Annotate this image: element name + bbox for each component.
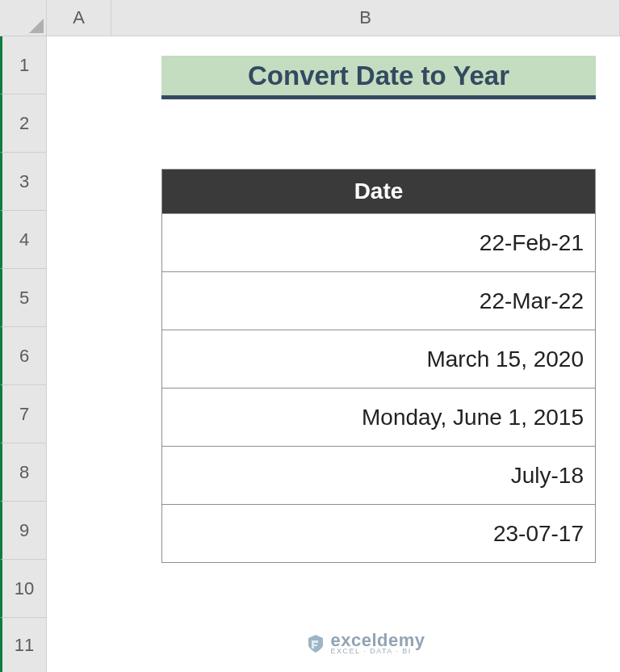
table-row[interactable]: 22-Feb-21: [162, 213, 595, 271]
spreadsheet-grid: A B 1 Convert Date to Year Date 22-Feb-2…: [0, 0, 620, 672]
column-header-A[interactable]: A: [47, 0, 111, 36]
logo-icon: [306, 634, 325, 653]
column-header-B[interactable]: B: [111, 0, 620, 36]
cell-A2[interactable]: [47, 94, 111, 153]
row-header-7[interactable]: 7: [0, 385, 47, 443]
row-header-3[interactable]: 3: [0, 153, 47, 211]
table-row[interactable]: 23-07-17: [162, 504, 595, 562]
content-area: Convert Date to Year Date 22-Feb-21 22-M…: [111, 36, 620, 672]
cell-A11[interactable]: [47, 618, 111, 672]
table-row[interactable]: 22-Mar-22: [162, 271, 595, 330]
svg-marker-0: [29, 19, 44, 33]
row-header-6[interactable]: 6: [0, 327, 47, 385]
row-header-8[interactable]: 8: [0, 443, 47, 502]
row-header-11[interactable]: 11: [0, 618, 47, 672]
cell-A7[interactable]: [47, 385, 111, 443]
watermark: exceldemy EXCEL · DATA · BI: [111, 632, 620, 655]
table-row[interactable]: Monday, June 1, 2015: [162, 388, 595, 446]
cell-A9[interactable]: [47, 502, 111, 560]
cell-A10[interactable]: [47, 560, 111, 618]
date-table: Date 22-Feb-21 22-Mar-22 March 15, 2020 …: [161, 169, 596, 563]
row-header-10[interactable]: 10: [0, 560, 47, 618]
select-all-corner[interactable]: [0, 0, 47, 36]
cell-A4[interactable]: [47, 211, 111, 269]
cell-A8[interactable]: [47, 443, 111, 502]
cell-A5[interactable]: [47, 269, 111, 327]
table-header: Date: [162, 170, 595, 213]
watermark-tagline: EXCEL · DATA · BI: [330, 648, 425, 655]
row-header-1[interactable]: 1: [0, 36, 47, 94]
select-all-triangle-icon: [29, 19, 44, 33]
row-header-5[interactable]: 5: [0, 269, 47, 327]
row-header-9[interactable]: 9: [0, 502, 47, 560]
row-header-4[interactable]: 4: [0, 211, 47, 269]
table-row[interactable]: March 15, 2020: [162, 330, 595, 388]
title-banner: Convert Date to Year: [161, 56, 596, 99]
table-row[interactable]: July-18: [162, 446, 595, 504]
cell-A3[interactable]: [47, 153, 111, 211]
cell-A1[interactable]: [47, 36, 111, 94]
cell-A6[interactable]: [47, 327, 111, 385]
row-header-2[interactable]: 2: [0, 94, 47, 153]
